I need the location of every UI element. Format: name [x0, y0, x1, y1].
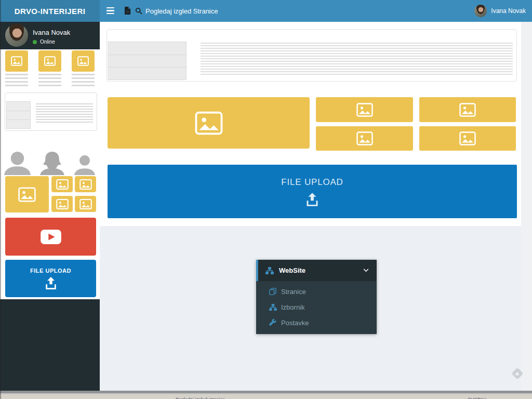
- list-placeholder: [6, 101, 31, 129]
- admin-app: DRVO-INTERIJERI Pogledaj izgled Stranice…: [0, 0, 532, 399]
- file-upload-label: FILE UPLOAD: [281, 177, 343, 188]
- brand-logo[interactable]: DRVO-INTERIJERI: [0, 0, 100, 22]
- image-slot[interactable]: [419, 126, 516, 151]
- widget-file-upload[interactable]: FILE UPLOAD: [5, 260, 96, 297]
- menu-item-postavke[interactable]: Postavke: [256, 315, 377, 330]
- text-placeholder: [72, 74, 95, 88]
- widget-gallery-thumb[interactable]: [51, 176, 73, 192]
- widget-video[interactable]: [5, 218, 96, 256]
- youtube-play-icon: [41, 230, 61, 244]
- sitemap-icon: [265, 267, 274, 274]
- image-slot-large[interactable]: [108, 97, 310, 149]
- status-text: Pogledaj izgled stranice: [176, 397, 225, 399]
- image-slot[interactable]: [316, 97, 413, 122]
- widget-article-preview[interactable]: [5, 92, 97, 131]
- page-preview-link[interactable]: Pogledaj izgled Stranice: [145, 0, 218, 22]
- website-submenu: Stranice Izbornik Postavke: [256, 281, 377, 334]
- upload-icon: [44, 277, 58, 289]
- scrollbar-track[interactable]: [521, 22, 532, 391]
- list-placeholder: [108, 42, 187, 80]
- online-label: Online: [40, 39, 55, 45]
- wrench-icon: [269, 319, 277, 326]
- sidebar-user-status: Online: [33, 39, 55, 45]
- menu-item-stranice[interactable]: Stranice: [256, 284, 377, 299]
- page-file-icon[interactable]: [124, 7, 131, 15]
- sidebar-footer-area: [0, 299, 100, 391]
- user-avatar: [474, 5, 487, 17]
- widget-gallery-main[interactable]: [5, 176, 49, 212]
- sidebar-user-avatar[interactable]: [5, 24, 28, 47]
- widget-image-thumb[interactable]: [5, 50, 28, 72]
- person-silhouette-icon: [36, 151, 68, 175]
- status-bar: Pogledaj izgled stranice SUSTAV: [0, 394, 532, 399]
- top-navbar: Pogledaj izgled Stranice Ivana Novak: [100, 0, 532, 22]
- menu-item-website[interactable]: WebSite: [256, 260, 377, 281]
- user-name: Ivana Novak: [491, 7, 526, 15]
- person-silhouette-icon: [2, 151, 33, 175]
- text-placeholder: [36, 103, 93, 124]
- sitemap-icon: [269, 304, 277, 311]
- chevron-down-icon: [363, 269, 369, 272]
- widget-image-thumb[interactable]: [38, 50, 61, 72]
- widget-gallery-thumb[interactable]: [51, 196, 73, 212]
- file-upload-banner[interactable]: FILE UPLOAD: [108, 165, 517, 218]
- feedly-diamond-icon[interactable]: [510, 366, 525, 381]
- menu-item-izbornik[interactable]: Izbornik: [256, 299, 377, 315]
- menu-item-label: Stranice: [281, 288, 306, 296]
- widget-image-thumb[interactable]: [72, 50, 95, 72]
- search-icon[interactable]: [135, 7, 142, 15]
- status-text: SUSTAV: [468, 397, 486, 399]
- text-placeholder: [5, 74, 28, 88]
- image-slot[interactable]: [316, 126, 413, 151]
- user-menu[interactable]: Ivana Novak: [474, 0, 526, 22]
- menu-item-label: WebSite: [279, 267, 305, 274]
- image-slot[interactable]: [419, 97, 516, 122]
- sidebar: Ivana Novak Online: [0, 22, 100, 391]
- article-preview-card[interactable]: [107, 29, 517, 82]
- menu-item-label: Postavke: [281, 319, 309, 327]
- sidebar-user-panel: Ivana Novak Online: [0, 22, 100, 49]
- widget-gallery-thumb[interactable]: [75, 176, 96, 192]
- upload-icon: [305, 193, 320, 206]
- text-placeholder: [38, 74, 61, 88]
- team-placeholder: [2, 151, 98, 175]
- text-placeholder: [201, 43, 513, 76]
- file-upload-label: FILE UPLOAD: [30, 268, 71, 274]
- brand-text: DRVO-INTERIJERI: [15, 7, 86, 16]
- window-edge: [0, 0, 1, 399]
- pages-icon: [269, 288, 277, 295]
- sidebar-toggle-button[interactable]: [107, 7, 114, 14]
- sidebar-user-name: Ivana Novak: [33, 29, 70, 36]
- widget-gallery-thumb[interactable]: [75, 196, 96, 212]
- menu-item-label: Izbornik: [281, 303, 305, 311]
- online-dot-icon: [33, 40, 37, 44]
- person-silhouette-icon: [72, 154, 98, 175]
- website-menu: WebSite Stranice Izbornik: [256, 260, 377, 334]
